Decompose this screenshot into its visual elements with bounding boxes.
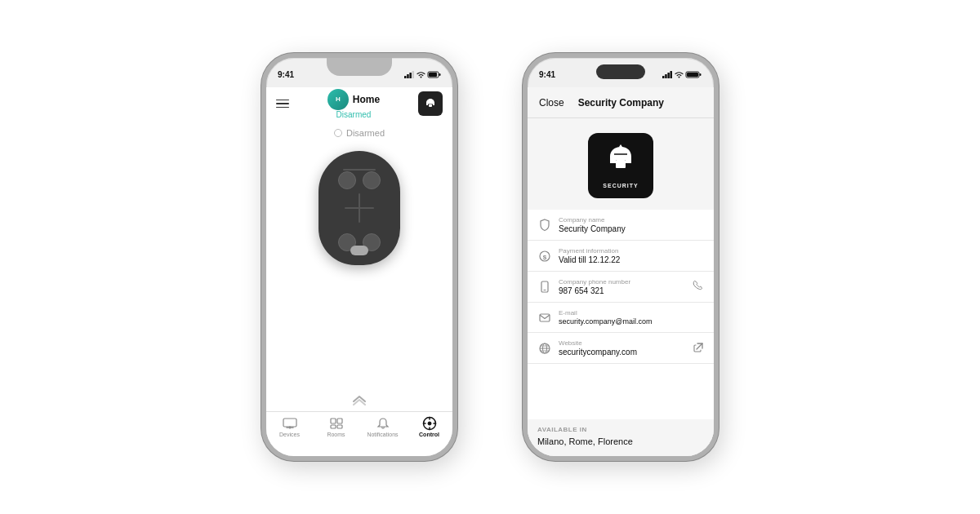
website-value: securitycompany.com — [559, 348, 687, 357]
status-time-1: 9:41 — [278, 70, 294, 79]
helmet-mini-icon — [424, 97, 437, 110]
fob-button-tl — [338, 171, 356, 189]
fob-bottom — [350, 246, 368, 255]
phone-content: Company phone number 987 654 321 — [559, 278, 686, 295]
email-label: E-mail — [559, 309, 704, 317]
security-logo: SECURITY — [588, 133, 653, 198]
payment-row: $ Payment information Valid till 12.12.2… — [528, 241, 714, 272]
signal-icon-2 — [662, 71, 672, 78]
svg-rect-1 — [407, 74, 409, 78]
svg-point-16 — [428, 422, 431, 425]
dynamic-island — [596, 64, 645, 79]
tab-devices-label: Devices — [279, 432, 300, 437]
tab-rooms-label: Rooms — [327, 432, 345, 437]
available-section: AVAILABLE IN Milano, Rome, Florence — [528, 419, 714, 456]
svg-rect-12 — [337, 419, 342, 423]
wifi-icon — [416, 71, 425, 78]
logo-section: SECURITY — [528, 118, 714, 210]
home-label: Home — [353, 94, 380, 105]
phone2-body: SECURITY Company name Security Company — [528, 118, 714, 456]
disarmed-status: Disarmed — [334, 128, 385, 138]
spartan-helmet-icon — [603, 144, 639, 179]
status-icons-2 — [662, 71, 702, 78]
fob-button-tr — [363, 171, 381, 189]
website-label: Website — [559, 339, 687, 347]
security-logo-text: SECURITY — [603, 183, 638, 188]
fob-top-line — [343, 169, 376, 171]
menu-icon[interactable] — [276, 100, 289, 109]
notifications-icon — [375, 417, 391, 430]
payment-label: Payment information — [559, 247, 704, 255]
svg-rect-5 — [439, 73, 441, 76]
email-row: E-mail security.company@mail.com — [528, 303, 714, 333]
wifi-icon-2 — [675, 71, 684, 78]
security-company-title: Security Company — [578, 97, 664, 109]
security-badge[interactable] — [418, 91, 443, 116]
svg-rect-7 — [429, 104, 432, 107]
fob-cross-icon — [345, 193, 374, 223]
svg-rect-0 — [404, 76, 407, 78]
company-name-label: Company name — [559, 216, 704, 224]
external-link-icon[interactable] — [693, 342, 704, 355]
email-value: security.company@mail.com — [559, 317, 704, 326]
tab-control-label: Control — [419, 432, 439, 437]
rooms-icon — [328, 417, 345, 430]
battery-icon — [428, 71, 441, 78]
website-row: Website securitycompany.com — [528, 333, 714, 364]
disarmed-circle-icon — [334, 129, 342, 137]
phone-row: Company phone number 987 654 321 — [528, 272, 714, 303]
key-fob — [318, 151, 400, 265]
phone-1: 9:41 — [261, 53, 457, 461]
phone-label: Company phone number — [559, 278, 686, 286]
svg-rect-24 — [670, 71, 673, 78]
shield-icon — [537, 218, 552, 233]
svg-rect-28 — [616, 160, 626, 168]
svg-rect-8 — [283, 419, 296, 427]
fob-buttons — [338, 171, 381, 189]
svg-rect-21 — [662, 76, 665, 78]
website-content: Website securitycompany.com — [559, 339, 687, 357]
svg-rect-26 — [700, 73, 702, 76]
signal-icon — [404, 71, 414, 78]
company-name-row: Company name Security Company — [528, 210, 714, 241]
call-icon[interactable] — [693, 280, 704, 294]
svg-rect-27 — [687, 73, 698, 77]
control-icon — [421, 417, 438, 430]
available-in-label: AVAILABLE IN — [528, 419, 714, 436]
phone2-header: Close Security Company — [528, 87, 714, 118]
home-nav-center: H Home Disarmed — [327, 89, 380, 119]
phone1-body: Disarmed — [266, 120, 452, 411]
payment-value: Valid till 12.12.22 — [559, 255, 704, 264]
notch — [327, 58, 392, 76]
svg-rect-3 — [412, 71, 415, 78]
chevron-up-icon — [352, 395, 367, 405]
globe-icon — [537, 341, 552, 356]
info-list: Company name Security Company $ Payment … — [528, 210, 714, 419]
svg-rect-11 — [331, 419, 336, 423]
tab-notifications[interactable]: Notifications — [359, 417, 406, 437]
svg-rect-6 — [429, 73, 437, 77]
svg-rect-2 — [409, 73, 412, 78]
svg-rect-34 — [540, 314, 550, 321]
phone-2: 9:41 Close Security Company — [523, 53, 719, 461]
company-name-content: Company name Security Company — [559, 216, 704, 233]
payment-content: Payment information Valid till 12.12.22 — [559, 247, 704, 264]
tab-bar: Devices Rooms Notifications — [266, 411, 452, 456]
svg-text:$: $ — [543, 253, 547, 260]
status-time-2: 9:41 — [539, 70, 555, 79]
phone1-navbar: H Home Disarmed — [266, 87, 452, 120]
disarmed-text: Disarmed — [346, 128, 385, 138]
svg-rect-13 — [331, 425, 336, 428]
close-button[interactable]: Close — [539, 97, 564, 109]
svg-rect-22 — [665, 74, 667, 78]
available-in-value: Milano, Rome, Florence — [528, 436, 714, 456]
tab-rooms[interactable]: Rooms — [313, 417, 359, 437]
tab-control[interactable]: Control — [406, 417, 452, 437]
disarmed-nav-label: Disarmed — [336, 110, 372, 119]
email-content: E-mail security.company@mail.com — [559, 309, 704, 326]
payment-icon: $ — [537, 249, 552, 264]
battery-icon-2 — [686, 71, 702, 78]
tab-devices[interactable]: Devices — [266, 417, 313, 437]
company-name-value: Security Company — [559, 224, 704, 233]
avatar: H — [327, 89, 349, 110]
